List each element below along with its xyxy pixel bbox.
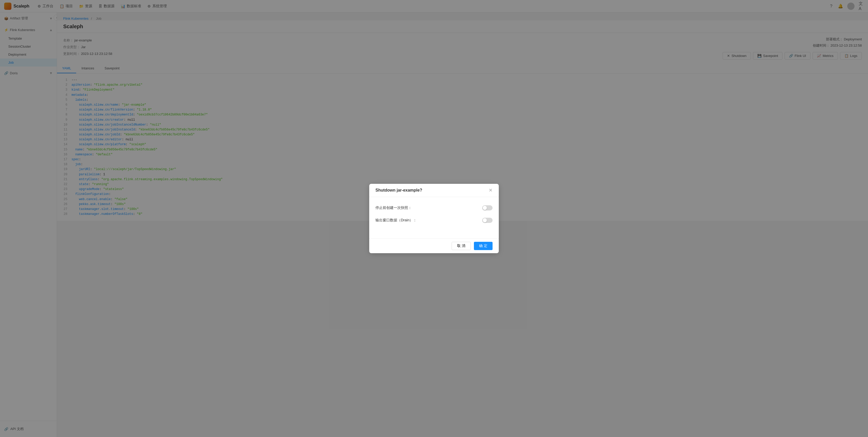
dialog-row-drain: 输出窗口数据（Drain）： (375, 218, 493, 223)
dialog-footer: 取 消 确 定 (369, 238, 499, 253)
dialog-title: Shutdown jar-example? (375, 188, 422, 193)
snapshot-label: 停止前创建一次快照： (375, 206, 412, 210)
dialog-overlay: Shutdown jar-example? ✕ 停止前创建一次快照： 输出窗口数… (0, 0, 868, 437)
snapshot-toggle[interactable] (482, 205, 493, 210)
shutdown-dialog: Shutdown jar-example? ✕ 停止前创建一次快照： 输出窗口数… (369, 184, 499, 253)
confirm-button[interactable]: 确 定 (474, 242, 493, 250)
dialog-header: Shutdown jar-example? ✕ (369, 184, 499, 197)
dialog-close-button[interactable]: ✕ (489, 188, 493, 193)
dialog-body: 停止前创建一次快照： 输出窗口数据（Drain）： (369, 197, 499, 238)
drain-toggle[interactable] (482, 218, 493, 223)
drain-label: 输出窗口数据（Drain）： (375, 218, 416, 223)
cancel-button[interactable]: 取 消 (452, 242, 471, 250)
dialog-row-snapshot: 停止前创建一次快照： (375, 205, 493, 210)
